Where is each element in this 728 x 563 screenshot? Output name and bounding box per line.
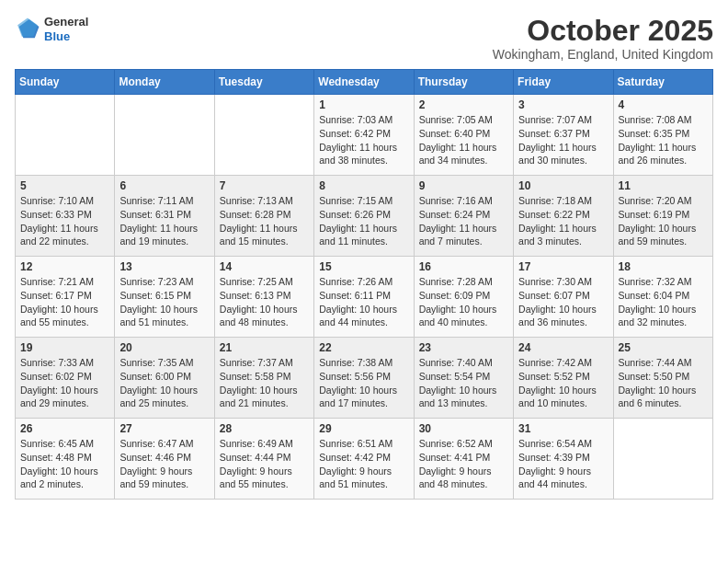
day-info: Sunrise: 7:44 AMSunset: 5:50 PMDaylight:… bbox=[619, 356, 708, 410]
month-title: October 2025 bbox=[493, 15, 713, 47]
day-number: 21 bbox=[220, 341, 309, 354]
calendar-cell: 22Sunrise: 7:38 AMSunset: 5:56 PMDayligh… bbox=[314, 338, 414, 419]
calendar-cell: 4Sunrise: 7:08 AMSunset: 6:35 PMDaylight… bbox=[613, 95, 712, 176]
day-number: 20 bbox=[119, 341, 209, 354]
day-info: Sunrise: 7:28 AMSunset: 6:09 PMDaylight:… bbox=[419, 275, 508, 329]
calendar-cell: 21Sunrise: 7:37 AMSunset: 5:58 PMDayligh… bbox=[214, 338, 313, 419]
calendar-cell: 3Sunrise: 7:07 AMSunset: 6:37 PMDaylight… bbox=[514, 95, 613, 176]
logo-general: General bbox=[44, 15, 88, 29]
logo: General Blue bbox=[15, 15, 88, 43]
calendar-cell: 29Sunrise: 6:51 AMSunset: 4:42 PMDayligh… bbox=[314, 419, 414, 500]
day-number: 14 bbox=[220, 260, 309, 273]
header-wednesday: Wednesday bbox=[314, 70, 414, 95]
day-number: 29 bbox=[319, 422, 408, 435]
week-row-4: 26Sunrise: 6:45 AMSunset: 4:48 PMDayligh… bbox=[16, 419, 713, 500]
header-monday: Monday bbox=[115, 70, 214, 95]
day-info: Sunrise: 7:35 AMSunset: 6:00 PMDaylight:… bbox=[119, 356, 209, 410]
calendar-cell: 18Sunrise: 7:32 AMSunset: 6:04 PMDayligh… bbox=[613, 257, 712, 338]
day-info: Sunrise: 7:13 AMSunset: 6:28 PMDaylight:… bbox=[220, 194, 309, 248]
day-number: 9 bbox=[419, 179, 508, 192]
day-info: Sunrise: 7:30 AMSunset: 6:07 PMDaylight:… bbox=[518, 275, 608, 329]
calendar-cell: 30Sunrise: 6:52 AMSunset: 4:41 PMDayligh… bbox=[414, 419, 513, 500]
day-number: 22 bbox=[319, 341, 408, 354]
day-info: Sunrise: 7:10 AMSunset: 6:33 PMDaylight:… bbox=[20, 194, 109, 248]
day-number: 31 bbox=[518, 422, 608, 435]
day-number: 5 bbox=[20, 179, 109, 192]
week-row-2: 12Sunrise: 7:21 AMSunset: 6:17 PMDayligh… bbox=[16, 257, 713, 338]
calendar-cell: 11Sunrise: 7:20 AMSunset: 6:19 PMDayligh… bbox=[613, 176, 712, 257]
calendar-cell: 24Sunrise: 7:42 AMSunset: 5:52 PMDayligh… bbox=[514, 338, 613, 419]
header-sunday: Sunday bbox=[16, 70, 115, 95]
calendar-cell: 26Sunrise: 6:45 AMSunset: 4:48 PMDayligh… bbox=[16, 419, 115, 500]
calendar-cell: 9Sunrise: 7:16 AMSunset: 6:24 PMDaylight… bbox=[414, 176, 513, 257]
day-info: Sunrise: 7:21 AMSunset: 6:17 PMDaylight:… bbox=[20, 275, 109, 329]
calendar-cell: 15Sunrise: 7:26 AMSunset: 6:11 PMDayligh… bbox=[314, 257, 414, 338]
day-info: Sunrise: 7:18 AMSunset: 6:22 PMDaylight:… bbox=[518, 194, 608, 248]
day-number: 12 bbox=[20, 260, 109, 273]
day-info: Sunrise: 7:38 AMSunset: 5:56 PMDaylight:… bbox=[319, 356, 408, 410]
calendar-cell: 10Sunrise: 7:18 AMSunset: 6:22 PMDayligh… bbox=[514, 176, 613, 257]
header-friday: Friday bbox=[514, 70, 613, 95]
day-info: Sunrise: 6:47 AMSunset: 4:46 PMDaylight:… bbox=[119, 437, 209, 491]
title-block: October 2025 Wokingham, England, United … bbox=[493, 15, 713, 62]
calendar-cell: 7Sunrise: 7:13 AMSunset: 6:28 PMDaylight… bbox=[214, 176, 313, 257]
calendar-table: SundayMondayTuesdayWednesdayThursdayFrid… bbox=[15, 69, 713, 500]
header-tuesday: Tuesday bbox=[214, 70, 313, 95]
day-number: 16 bbox=[419, 260, 508, 273]
calendar-cell bbox=[214, 95, 313, 176]
day-number: 26 bbox=[20, 422, 109, 435]
day-info: Sunrise: 7:11 AMSunset: 6:31 PMDaylight:… bbox=[119, 194, 209, 248]
calendar-cell: 12Sunrise: 7:21 AMSunset: 6:17 PMDayligh… bbox=[16, 257, 115, 338]
calendar-cell: 1Sunrise: 7:03 AMSunset: 6:42 PMDaylight… bbox=[314, 95, 414, 176]
day-info: Sunrise: 7:25 AMSunset: 6:13 PMDaylight:… bbox=[220, 275, 309, 329]
logo-blue: Blue bbox=[44, 29, 88, 44]
day-info: Sunrise: 7:26 AMSunset: 6:11 PMDaylight:… bbox=[319, 275, 408, 329]
calendar-cell bbox=[16, 95, 115, 176]
day-info: Sunrise: 7:33 AMSunset: 6:02 PMDaylight:… bbox=[20, 356, 109, 410]
day-number: 17 bbox=[518, 260, 608, 273]
week-row-0: 1Sunrise: 7:03 AMSunset: 6:42 PMDaylight… bbox=[16, 95, 713, 176]
day-info: Sunrise: 6:51 AMSunset: 4:42 PMDaylight:… bbox=[319, 437, 408, 491]
calendar-body: 1Sunrise: 7:03 AMSunset: 6:42 PMDaylight… bbox=[16, 95, 713, 500]
day-info: Sunrise: 7:07 AMSunset: 6:37 PMDaylight:… bbox=[518, 113, 608, 167]
header-row: SundayMondayTuesdayWednesdayThursdayFrid… bbox=[16, 70, 713, 95]
day-info: Sunrise: 7:20 AMSunset: 6:19 PMDaylight:… bbox=[619, 194, 708, 248]
header-thursday: Thursday bbox=[414, 70, 513, 95]
day-info: Sunrise: 7:05 AMSunset: 6:40 PMDaylight:… bbox=[419, 113, 508, 167]
day-number: 1 bbox=[319, 98, 408, 111]
day-info: Sunrise: 6:45 AMSunset: 4:48 PMDaylight:… bbox=[20, 437, 109, 491]
header-saturday: Saturday bbox=[613, 70, 712, 95]
calendar-cell: 20Sunrise: 7:35 AMSunset: 6:00 PMDayligh… bbox=[115, 338, 214, 419]
calendar-cell: 23Sunrise: 7:40 AMSunset: 5:54 PMDayligh… bbox=[414, 338, 513, 419]
day-info: Sunrise: 6:52 AMSunset: 4:41 PMDaylight:… bbox=[419, 437, 508, 491]
day-number: 6 bbox=[119, 179, 209, 192]
logo-icon bbox=[15, 17, 40, 42]
day-info: Sunrise: 7:03 AMSunset: 6:42 PMDaylight:… bbox=[319, 113, 408, 167]
calendar-cell: 14Sunrise: 7:25 AMSunset: 6:13 PMDayligh… bbox=[214, 257, 313, 338]
calendar-cell: 8Sunrise: 7:15 AMSunset: 6:26 PMDaylight… bbox=[314, 176, 414, 257]
day-info: Sunrise: 7:32 AMSunset: 6:04 PMDaylight:… bbox=[619, 275, 708, 329]
day-number: 15 bbox=[319, 260, 408, 273]
page-header: General Blue October 2025 Wokingham, Eng… bbox=[15, 15, 713, 62]
location: Wokingham, England, United Kingdom bbox=[493, 47, 713, 62]
day-info: Sunrise: 7:23 AMSunset: 6:15 PMDaylight:… bbox=[119, 275, 209, 329]
day-number: 25 bbox=[619, 341, 708, 354]
calendar-cell: 2Sunrise: 7:05 AMSunset: 6:40 PMDaylight… bbox=[414, 95, 513, 176]
day-number: 23 bbox=[419, 341, 508, 354]
day-number: 28 bbox=[220, 422, 309, 435]
calendar-cell: 31Sunrise: 6:54 AMSunset: 4:39 PMDayligh… bbox=[514, 419, 613, 500]
logo-text: General Blue bbox=[44, 15, 88, 43]
calendar-cell: 28Sunrise: 6:49 AMSunset: 4:44 PMDayligh… bbox=[214, 419, 313, 500]
day-info: Sunrise: 6:49 AMSunset: 4:44 PMDaylight:… bbox=[220, 437, 309, 491]
day-number: 3 bbox=[518, 98, 608, 111]
calendar-cell: 25Sunrise: 7:44 AMSunset: 5:50 PMDayligh… bbox=[613, 338, 712, 419]
calendar-cell bbox=[115, 95, 214, 176]
calendar-cell: 17Sunrise: 7:30 AMSunset: 6:07 PMDayligh… bbox=[514, 257, 613, 338]
day-info: Sunrise: 7:40 AMSunset: 5:54 PMDaylight:… bbox=[419, 356, 508, 410]
day-number: 24 bbox=[518, 341, 608, 354]
week-row-1: 5Sunrise: 7:10 AMSunset: 6:33 PMDaylight… bbox=[16, 176, 713, 257]
calendar-cell: 13Sunrise: 7:23 AMSunset: 6:15 PMDayligh… bbox=[115, 257, 214, 338]
day-number: 18 bbox=[619, 260, 708, 273]
calendar-cell: 16Sunrise: 7:28 AMSunset: 6:09 PMDayligh… bbox=[414, 257, 513, 338]
day-number: 11 bbox=[619, 179, 708, 192]
